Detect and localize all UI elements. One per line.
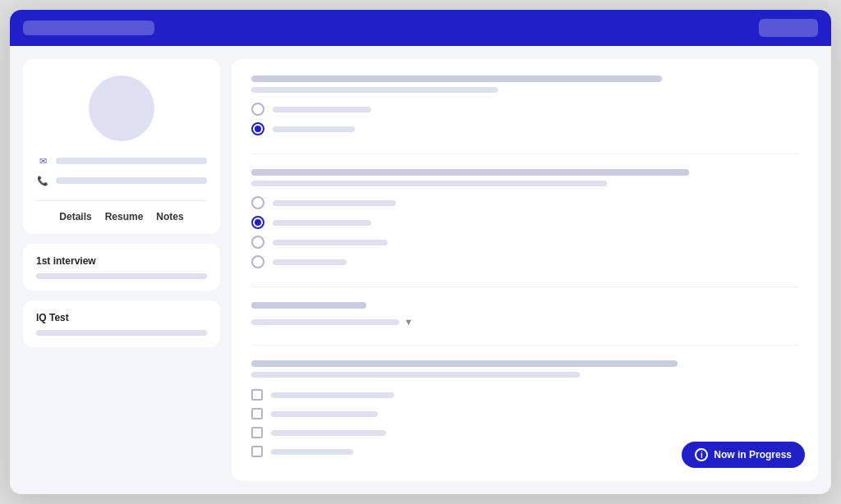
radio-2-3[interactable] bbox=[251, 236, 264, 249]
tab-notes[interactable]: Notes bbox=[156, 209, 183, 224]
question-block-2 bbox=[251, 169, 798, 268]
checkbox-4[interactable] bbox=[251, 446, 263, 457]
radio-label-2-2 bbox=[273, 220, 371, 226]
email-value bbox=[56, 158, 207, 164]
email-icon: ✉ bbox=[36, 154, 49, 167]
checkbox-option-1[interactable] bbox=[251, 389, 798, 401]
question-2-title bbox=[251, 169, 689, 176]
checkbox-label-3 bbox=[271, 430, 386, 436]
phone-value bbox=[56, 177, 207, 184]
dropdown-value bbox=[251, 319, 399, 325]
question-1-title bbox=[251, 76, 662, 82]
radio-option-2-4[interactable] bbox=[251, 255, 798, 268]
radio-1-2[interactable] bbox=[251, 122, 264, 135]
now-in-progress-badge: i Now in Progress bbox=[682, 442, 805, 468]
checkbox-option-3[interactable] bbox=[251, 427, 798, 438]
stage-card-iq: IQ Test bbox=[23, 300, 220, 347]
stage-line-interview bbox=[36, 273, 207, 279]
titlebar bbox=[10, 10, 831, 46]
titlebar-title bbox=[23, 21, 154, 35]
stage-title-iq: IQ Test bbox=[36, 312, 207, 323]
radio-1-1[interactable] bbox=[251, 103, 264, 116]
question-4-sub bbox=[251, 372, 580, 378]
radio-option-1-2[interactable] bbox=[251, 122, 798, 135]
main-content: ▼ bbox=[232, 59, 818, 481]
dropdown-label bbox=[251, 302, 366, 309]
checkbox-label-2 bbox=[271, 411, 378, 417]
checkbox-3[interactable] bbox=[251, 427, 263, 438]
phone-row: 📞 bbox=[36, 174, 207, 187]
question-4-title bbox=[251, 360, 678, 367]
info-icon: i bbox=[695, 448, 708, 461]
checkbox-1[interactable] bbox=[251, 389, 263, 401]
email-row: ✉ bbox=[36, 154, 207, 167]
divider-1 bbox=[251, 153, 798, 154]
stage-card-interview: 1st interview bbox=[23, 244, 220, 291]
radio-2-4[interactable] bbox=[251, 255, 264, 268]
profile-card: ✉ 📞 Details Resume Notes bbox=[23, 59, 220, 234]
checkbox-option-2[interactable] bbox=[251, 408, 798, 419]
checkbox-label-4 bbox=[271, 449, 353, 455]
question-block-1 bbox=[251, 76, 798, 135]
radio-label-1-1 bbox=[273, 107, 371, 112]
dropdown-arrow-icon: ▼ bbox=[404, 317, 413, 327]
checkbox-2[interactable] bbox=[251, 408, 263, 419]
radio-2-1[interactable] bbox=[251, 196, 264, 209]
radio-option-2-2[interactable] bbox=[251, 216, 798, 229]
question-2-sub bbox=[251, 181, 607, 186]
tab-resume[interactable]: Resume bbox=[105, 209, 144, 224]
radio-label-1-2 bbox=[273, 126, 355, 132]
titlebar-action-button[interactable] bbox=[759, 19, 818, 37]
radio-label-2-1 bbox=[273, 200, 396, 206]
divider-3 bbox=[251, 345, 798, 346]
sidebar: ✉ 📞 Details Resume Notes 1st interview bbox=[23, 59, 220, 481]
dropdown-field[interactable]: ▼ bbox=[251, 317, 798, 327]
radio-option-2-1[interactable] bbox=[251, 196, 798, 209]
radio-option-1-1[interactable] bbox=[251, 103, 798, 116]
app-window: ✉ 📞 Details Resume Notes 1st interview bbox=[10, 10, 831, 494]
profile-tabs: Details Resume Notes bbox=[36, 200, 207, 224]
question-1-sub bbox=[251, 87, 498, 93]
tab-details[interactable]: Details bbox=[59, 209, 91, 224]
phone-icon: 📞 bbox=[36, 174, 49, 187]
content-area: ✉ 📞 Details Resume Notes 1st interview bbox=[10, 46, 831, 494]
radio-label-2-4 bbox=[273, 259, 347, 265]
checkbox-label-1 bbox=[271, 392, 394, 398]
divider-2 bbox=[251, 286, 798, 287]
dropdown-block: ▼ bbox=[251, 302, 798, 327]
stage-line-iq bbox=[36, 330, 207, 336]
stage-title-interview: 1st interview bbox=[36, 255, 207, 267]
now-in-progress-label: Now in Progress bbox=[714, 449, 792, 460]
radio-option-2-3[interactable] bbox=[251, 236, 798, 249]
radio-label-2-3 bbox=[273, 240, 388, 245]
avatar bbox=[89, 76, 154, 141]
radio-2-2[interactable] bbox=[251, 216, 264, 229]
